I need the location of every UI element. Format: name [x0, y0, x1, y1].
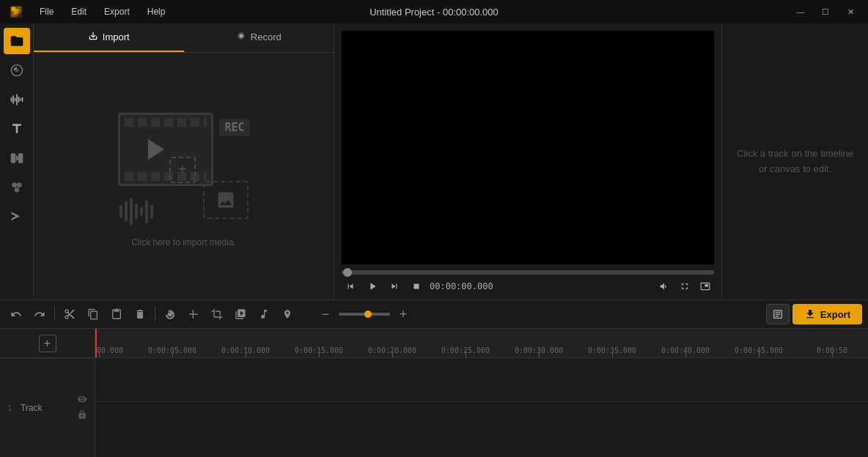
- sidebar-item-media[interactable]: [4, 28, 30, 54]
- pip-button[interactable]: [696, 278, 714, 295]
- svg-rect-6: [16, 94, 18, 105]
- sidebar-item-effects[interactable]: [4, 57, 30, 83]
- ruler-line-7: [612, 352, 613, 357]
- progress-thumb[interactable]: [343, 268, 352, 277]
- toolbar-divider-1: [54, 307, 55, 322]
- export-label: Export: [820, 309, 850, 320]
- svg-point-13: [17, 182, 22, 187]
- right-panel: 00:00:00.000: [334, 23, 721, 300]
- ruler-line-2: [246, 352, 246, 357]
- track-visibility-icon[interactable]: [77, 394, 87, 406]
- playhead[interactable]: [95, 329, 97, 357]
- svg-rect-20: [775, 312, 780, 313]
- svg-rect-8: [20, 98, 21, 100]
- sidebar-item-transitions[interactable]: [4, 145, 30, 171]
- close-button[interactable]: ✕: [839, 3, 862, 21]
- audio-btn[interactable]: [254, 304, 274, 324]
- split-button[interactable]: [160, 304, 180, 324]
- track-headers: + 1 Track: [0, 329, 95, 457]
- stop-button[interactable]: [408, 278, 425, 295]
- menu-bar: File Edit Export Help: [32, 4, 172, 20]
- speed-button[interactable]: [230, 304, 251, 324]
- template-button[interactable]: [766, 304, 790, 324]
- window-controls: — ☐ ✕: [789, 3, 862, 21]
- maximize-button[interactable]: ☐: [814, 3, 837, 21]
- tab-import[interactable]: Import: [34, 23, 184, 52]
- svg-rect-11: [18, 153, 23, 163]
- edit-panel: Click a track on the timeline or canvas …: [721, 23, 868, 300]
- minimize-button[interactable]: —: [789, 3, 812, 21]
- transport-bar: 00:00:00.000: [334, 267, 721, 300]
- timeline: + 1 Track 0:00:00.000 0:00:05.000 0:00:1…: [0, 329, 868, 457]
- ruler-line-10: [832, 352, 833, 357]
- zoom-in-button[interactable]: +: [393, 304, 413, 324]
- tab-record[interactable]: Record: [184, 23, 334, 52]
- skip-forward-button[interactable]: [386, 278, 403, 295]
- menu-help[interactable]: Help: [140, 4, 173, 20]
- ruler-line-8: [685, 352, 686, 357]
- sidebar-item-audio[interactable]: [4, 86, 30, 113]
- add-track-button[interactable]: +: [39, 335, 56, 352]
- sidebar: [0, 23, 34, 300]
- delete-button[interactable]: [130, 304, 150, 324]
- track-name: Track: [21, 403, 43, 413]
- record-tab-icon: [236, 31, 246, 43]
- zoom-out-button[interactable]: −: [315, 304, 336, 324]
- import-illustration: REC +: [111, 105, 257, 237]
- fullscreen-button[interactable]: [676, 278, 694, 295]
- zoom-thumb: [364, 311, 372, 318]
- track-number: 1: [7, 404, 15, 412]
- titlebar: File Edit Export Help Untitled Project -…: [0, 0, 868, 23]
- timeline-content: 0:00:00.000 0:00:05.000 0:00:10.000 0:00…: [95, 329, 868, 457]
- timeline-ruler[interactable]: 0:00:00.000 0:00:05.000 0:00:10.000 0:00…: [95, 329, 868, 358]
- ruler-line-9: [759, 352, 760, 357]
- cut-button[interactable]: [59, 304, 80, 324]
- menu-edit[interactable]: Edit: [64, 4, 94, 20]
- ruler-line-3: [319, 352, 320, 357]
- zoom-slider[interactable]: [339, 313, 390, 316]
- import-hint: Click here to import media.: [131, 237, 236, 248]
- sidebar-item-speed[interactable]: [4, 204, 30, 230]
- track-lane-1: [95, 358, 868, 402]
- svg-rect-7: [18, 97, 19, 103]
- export-button[interactable]: Export: [792, 304, 862, 324]
- ruler-line-4: [392, 352, 393, 357]
- track-lock-icon[interactable]: [77, 409, 87, 422]
- paste-button[interactable]: [106, 304, 127, 324]
- svg-point-2: [15, 69, 18, 73]
- skip-back-button[interactable]: [342, 278, 359, 295]
- zoom-control: − +: [315, 304, 413, 324]
- transport-right-controls: [655, 278, 714, 295]
- sidebar-item-filters[interactable]: [4, 174, 30, 201]
- panel-tabs: Import Record: [34, 23, 334, 53]
- record-tab-label: Record: [251, 31, 282, 42]
- svg-rect-19: [193, 310, 194, 319]
- ruler-line-5: [466, 352, 466, 357]
- sidebar-item-text[interactable]: [4, 116, 30, 142]
- svg-rect-21: [775, 313, 780, 314]
- play-button[interactable]: [364, 278, 381, 295]
- trim-button[interactable]: [183, 304, 204, 324]
- video-preview: [342, 31, 714, 264]
- progress-bar[interactable]: [342, 270, 714, 275]
- marker-button[interactable]: [277, 304, 298, 324]
- ruler-line-1: [172, 352, 173, 357]
- svg-rect-22: [775, 316, 779, 316]
- window-title: Untitled Project - 00:00:00.000: [369, 7, 499, 18]
- svg-point-14: [14, 187, 19, 193]
- toolbar-divider-2: [155, 307, 155, 322]
- copy-button[interactable]: [83, 304, 103, 324]
- track-icons: [77, 394, 87, 422]
- crop-button[interactable]: [207, 304, 227, 324]
- undo-button[interactable]: [6, 304, 26, 324]
- menu-file[interactable]: File: [32, 4, 61, 20]
- volume-button[interactable]: [655, 278, 673, 295]
- ruler-line-6: [539, 352, 540, 357]
- svg-rect-9: [21, 97, 23, 103]
- timeline-tracks: [95, 358, 868, 457]
- menu-export[interactable]: Export: [97, 4, 137, 20]
- track-row: 1 Track: [0, 358, 95, 457]
- redo-button[interactable]: [29, 304, 50, 324]
- add-track-row: +: [0, 329, 95, 358]
- import-area[interactable]: REC +: [34, 53, 334, 300]
